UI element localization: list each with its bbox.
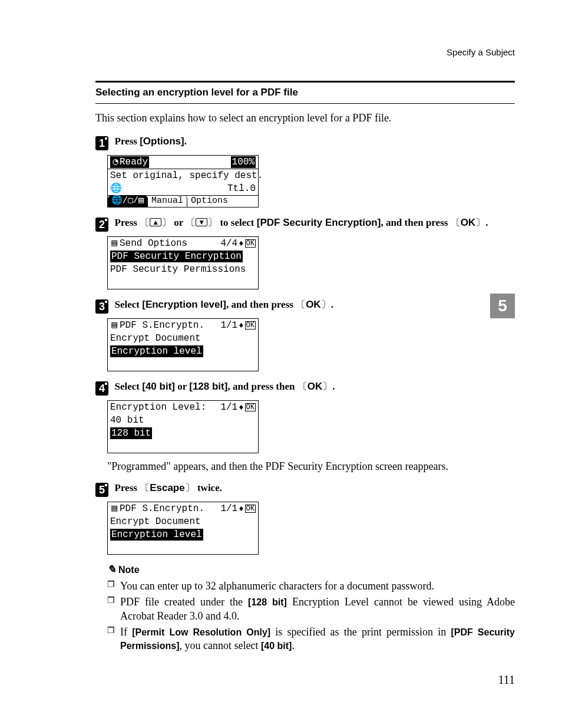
step-2: 2 Press ▲ or ▼ to select [PDF Security E… (95, 216, 515, 232)
lcd2-title: Send Options (120, 238, 187, 249)
lcd1-tab-manual[interactable]: Manual (148, 196, 187, 207)
lcd1-tab-options[interactable]: Options (187, 196, 232, 207)
step-1-prefix: Press (115, 136, 140, 147)
page: Specify a Subject Selecting an encryptio… (0, 0, 562, 728)
page-number: 111 (498, 673, 515, 687)
lcd-screen-4: Encryption Level: 1/1 ♦OK 40 bit 128 bit (107, 400, 259, 453)
step-2-suffix: . (485, 217, 488, 228)
note-heading-label: Note (118, 565, 140, 575)
lcd3-titlebar: ▤PDF S.Encryptn. 1/1 ♦OK (108, 319, 258, 332)
lcd3-item2-label: Encryption level (110, 345, 203, 357)
note3d: . (292, 640, 295, 651)
lcd4-item1-label: 40 bit (110, 414, 144, 426)
lcd3-title: PDF S.Encryptn. (120, 319, 204, 331)
list-icon-5: ▤ (110, 503, 118, 515)
step-number-3: 3 (95, 299, 108, 314)
lcd5-item1[interactable]: Encrypt Document (108, 515, 258, 528)
lcd3-item1[interactable]: Encrypt Document (108, 332, 258, 345)
note2a: PDF file created under the (120, 596, 248, 608)
ok-icon-4: OK (245, 403, 256, 411)
note2-ui: [128 bit] (248, 597, 287, 607)
lcd4-item2-label: 128 bit (110, 427, 152, 439)
lcd4-blank (108, 440, 258, 453)
step-5-prefix: Press (115, 482, 140, 493)
lcd4-title: Encryption Level: (110, 401, 206, 413)
step-1-text: Press [Options]. (115, 136, 187, 147)
step-2-mid1: or (171, 217, 186, 228)
note3-ui1: [Permit Low Resolution Only] (132, 627, 270, 637)
chapter-tab: 5 (490, 294, 515, 318)
lcd-screen-3: ▤PDF S.Encryptn. 1/1 ♦OK Encrypt Documen… (107, 318, 259, 371)
lcd5-item1-label: Encrypt Document (110, 516, 201, 528)
step-4-text: Select [40 bit] or [128 bit], and press … (115, 381, 335, 392)
step-2-ui: [PDF Security Encryption] (257, 217, 381, 228)
note3b: is specified as the print permission in (270, 626, 451, 638)
lcd4-item1[interactable]: 40 bit (108, 414, 258, 427)
section-title: Selecting an encryption level for a PDF … (95, 87, 298, 98)
step-1: 1 Press [Options]. (95, 135, 515, 150)
step-number-1: 1 (95, 136, 108, 150)
step-3-ui: [Encryption level] (142, 299, 226, 310)
lcd3-blank (108, 358, 258, 371)
step-5: 5 Press Escape twice. (95, 481, 515, 497)
lcd5-titlebar: ▤PDF S.Encryptn. 1/1 ♦OK (108, 502, 258, 515)
lcd-screen-1: ◔Ready 100% Set original, specify dest. … (107, 155, 259, 207)
note3a: If (120, 626, 132, 638)
lcd5-item2-label: Encryption level (110, 529, 203, 541)
step-3: 3 Select [Encryption level], and then pr… (95, 298, 515, 314)
step-4-mid2: , and press then (227, 381, 297, 392)
step-4-ui1: [40 bit] (142, 381, 175, 392)
step-4-ui2: [128 bit] (189, 381, 227, 392)
step-3-prefix: Select (115, 299, 143, 310)
lcd2-blank (108, 276, 258, 289)
lcd1-pct: 100% (231, 156, 256, 168)
lcd3-item2[interactable]: Encryption level (108, 345, 258, 358)
updown-icon-5: ♦ (239, 505, 243, 512)
lcd1-ttl: Ttl.0 (227, 183, 256, 195)
section-heading-block: Selecting an encryption level for a PDF … (95, 81, 515, 104)
down-key-icon: ▼ (196, 218, 207, 226)
lcd5-page: 1/1 (220, 503, 237, 515)
lcd2-item1[interactable]: PDF Security Encryption (108, 250, 258, 263)
step-2-mid2: to select (217, 217, 257, 228)
step-3-mid: , and then press (226, 299, 296, 310)
note-item-2: PDF file created under the [128 bit] Enc… (120, 595, 515, 623)
lcd3-item1-label: Encrypt Document (110, 332, 201, 344)
updown-icon: ♦ (239, 240, 243, 247)
escape-key: Escape (150, 482, 185, 493)
ok-icon-3: OK (245, 321, 256, 330)
step-4-suffix: . (332, 381, 335, 392)
globe-icon: 🌐 (110, 183, 118, 195)
step-number-5: 5 (95, 483, 108, 497)
note-icon: ✎ (107, 564, 116, 575)
ok-icon-5: OK (245, 505, 256, 513)
step-number-4: 4 (95, 381, 108, 396)
lcd5-item2[interactable]: Encryption level (108, 528, 258, 541)
lcd2-titlebar: ▤Send Options 4/4 ♦OK (108, 237, 258, 250)
lcd2-page: 4/4 (220, 238, 237, 249)
power-icon: ◔ (111, 156, 120, 168)
list-icon-3: ▤ (110, 319, 118, 331)
ok-key-3: OK (306, 299, 321, 310)
step-4-result-text: "Programmed" appears, and then the PDF S… (107, 460, 515, 473)
lcd2-item2[interactable]: PDF Security Permissions (108, 263, 258, 276)
lcd4-item2[interactable]: 128 bit (108, 427, 258, 440)
note3c: , you cannot select (179, 640, 260, 651)
step-4-prefix: Select (115, 381, 143, 392)
step-1-ui: [Options] (140, 136, 184, 147)
lcd-screen-5: ▤PDF S.Encryptn. 1/1 ♦OK Encrypt Documen… (107, 502, 259, 555)
lcd5-blank (108, 541, 258, 554)
note-item-1: You can enter up to 32 alphanumeric char… (120, 579, 515, 593)
note-list: You can enter up to 32 alphanumeric char… (95, 579, 515, 653)
ok-key: OK (461, 217, 476, 228)
lcd-screen-2: ▤Send Options 4/4 ♦OK PDF Security Encry… (107, 236, 259, 289)
lcd1-ready-label: Ready (120, 157, 148, 167)
lcd1-line3: 🌐 Ttl.0 (108, 182, 258, 195)
lcd1-tab-icons[interactable]: 🌐/▢/▤ (108, 196, 148, 207)
ok-key-4: OK (308, 381, 323, 392)
up-key-icon: ▲ (150, 218, 161, 226)
lcd1-tabbar: 🌐/▢/▤ Manual Options (108, 195, 258, 207)
step-2-prefix: Press (115, 217, 140, 228)
lcd5-title: PDF S.Encryptn. (120, 503, 204, 515)
step-2-text: Press ▲ or ▼ to select [PDF Security Enc… (115, 217, 488, 228)
